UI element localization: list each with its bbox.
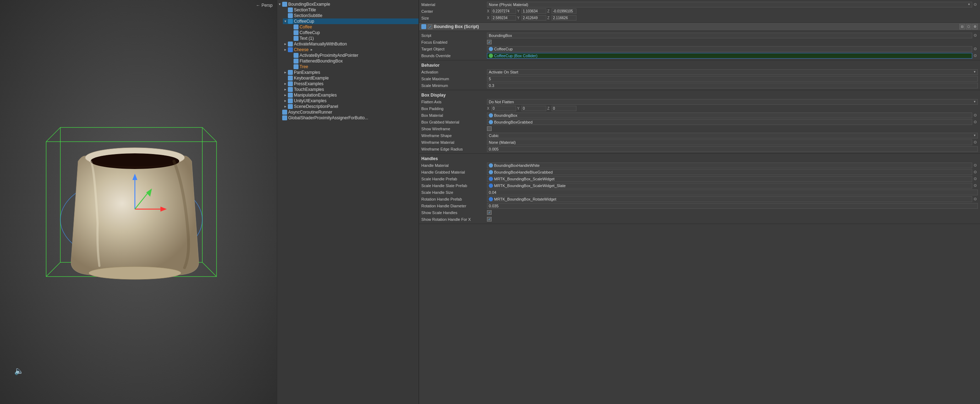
wireframe-material-gear-btn[interactable]: ⊙ [972, 140, 978, 145]
hier-item-global-shader[interactable]: GlobalShaderProximityAssignerForButto... [277, 115, 418, 121]
component-save-btn[interactable]: ⊟ [959, 24, 965, 29]
component-gear-btn[interactable]: ⚙ [972, 24, 978, 29]
hier-item-manip-examples[interactable]: ► ManipulationExamples [283, 92, 418, 98]
rotation-handle-prefab-ref[interactable]: MRTK_BoundingBox_RotateWidget [487, 196, 972, 202]
wireframe-material-ref[interactable]: None (Material) [487, 140, 972, 145]
size-x-input[interactable] [491, 15, 516, 21]
box-material-value: BoundingBox [494, 113, 517, 118]
center-z-input[interactable] [552, 8, 576, 14]
hier-item-unityui[interactable]: ► UnityUIExamples [283, 98, 418, 103]
hier-item-touch-examples[interactable]: ► TouchExamples [283, 87, 418, 92]
hier-item-pan-examples[interactable]: ► PanExamples [283, 70, 418, 75]
box-padding-x-label: X [487, 107, 490, 110]
hier-label-activate-proximity: ActivateByProximityAndPointer [299, 53, 358, 58]
size-z-input[interactable] [552, 15, 576, 21]
component-enabled-checkbox[interactable] [428, 24, 432, 29]
handle-mat-ref[interactable]: BoundingBoxHandleWhite [487, 162, 972, 168]
material-gear-btn[interactable]: ⊙ [972, 2, 978, 8]
inspector-panel: Material None (Physic Material) ▼ ⊙ Cent… [419, 0, 980, 404]
wireframe-material-label: Wireframe Material [421, 140, 487, 145]
insp-top-section: Material None (Physic Material) ▼ ⊙ Cent… [419, 0, 980, 23]
hier-item-text1[interactable]: Text (1) [289, 35, 418, 41]
box-padding-y-input[interactable] [522, 106, 546, 111]
scale-handle-prefab-gear-btn[interactable]: ⊙ [972, 176, 978, 182]
hier-item-coffeecup-child[interactable]: CoffeeCup [289, 30, 418, 35]
box-padding-z-input[interactable] [552, 106, 576, 111]
box-padding-x-input[interactable] [491, 106, 516, 111]
wireframe-edge-row: Wireframe Edge Radius [421, 146, 978, 152]
handle-mat-dot-icon [489, 163, 493, 167]
scale-min-input[interactable] [487, 83, 978, 88]
hier-item-activate-manually[interactable]: ► ActivateManuallyWithButton [283, 41, 418, 47]
size-z-field: Z [547, 15, 576, 21]
insp-box-display-section: Box Display Flatten Axis Do Not Flatten … [419, 90, 980, 154]
rotation-handle-diameter-label: Rotation Handle Diameter [421, 204, 487, 208]
box-material-gear-btn[interactable]: ⊙ [972, 113, 978, 118]
center-y-input[interactable] [522, 8, 546, 14]
hier-item-async-runner[interactable]: AsyncCoroutineRunner [277, 109, 418, 115]
bounds-override-gear-btn[interactable]: ⊙ [972, 53, 978, 59]
hier-item-activate-proximity[interactable]: ActivateByProximityAndPointer [289, 52, 418, 58]
show-scale-handles-label: Show Scale Handles [421, 210, 487, 215]
component-expand-btn[interactable]: ⬡ [966, 24, 972, 29]
handle-mat-label: Handle Material [421, 163, 487, 167]
target-object-row: Target Object CoffeeCup ⊙ [421, 45, 978, 52]
show-wireframe-checkbox[interactable] [487, 126, 492, 131]
hier-item-cheese[interactable]: ► Cheese ► [283, 47, 418, 52]
scale-handle-slate-ref[interactable]: MRTK_BoundingBox_ScaleWidget_Slate [487, 183, 972, 189]
rotation-handle-prefab-gear-btn[interactable]: ⊙ [972, 196, 978, 202]
svg-line-5 [202, 127, 216, 142]
scale-max-label: Scale Maximum [421, 77, 487, 81]
hier-item-tree[interactable]: Tree [289, 64, 418, 70]
box-material-dot-icon [489, 113, 493, 118]
box-padding-label: Box Padding [421, 107, 487, 111]
hier-item-coffee[interactable]: Coffee [289, 24, 418, 30]
scale-max-input[interactable] [487, 76, 978, 82]
size-y-input[interactable] [522, 15, 546, 21]
show-rotation-x-row: Show Rotation Handle For X [421, 216, 978, 223]
center-y-label: Y [517, 9, 521, 13]
rotation-handle-diameter-input[interactable] [487, 203, 978, 209]
target-object-gear-btn[interactable]: ⊙ [972, 46, 978, 52]
show-scale-handles-checkbox[interactable] [487, 210, 492, 215]
activation-label: Activation [421, 70, 487, 74]
focus-enabled-checkbox[interactable] [487, 40, 492, 45]
script-value-ref[interactable]: BoundingBox [487, 33, 972, 38]
scale-handle-prefab-ref[interactable]: MRTK_BoundingBox_ScaleWidget [487, 176, 972, 182]
focus-enabled-row: Focus Enabled [421, 39, 978, 45]
show-rotation-x-label: Show Rotation Handle For X [421, 217, 487, 221]
hier-icon-unityui [288, 99, 293, 103]
scene-svg [32, 99, 245, 305]
hier-item-keyboard[interactable]: KeyboardExample [283, 75, 418, 81]
hier-item-scene-desc[interactable]: ► SceneDescriptionPanel [283, 103, 418, 109]
handle-mat-gear-btn[interactable]: ⊙ [972, 162, 978, 168]
box-grabbed-mat-gear-btn[interactable]: ⊙ [972, 119, 978, 125]
scale-handle-size-input[interactable] [487, 189, 978, 195]
wireframe-edge-input[interactable] [487, 146, 978, 152]
center-z-field: Z [547, 8, 576, 14]
material-value[interactable]: None (Physic Material) ▼ [487, 2, 972, 8]
flatten-axis-dropdown[interactable]: Do Not Flatten ▼ [487, 99, 978, 105]
script-gear-btn[interactable]: ⊙ [972, 33, 978, 38]
handle-grabbed-mat-ref[interactable]: BoundingBoxHandleBlueGrabbed [487, 169, 972, 175]
hier-item-coffeecup-root[interactable]: ▼ CoffeeCup [283, 19, 418, 24]
hier-item-bboxexample[interactable]: ▼ BoundingBoxExample [277, 2, 418, 7]
scale-handle-slate-gear-btn[interactable]: ⊙ [972, 183, 978, 189]
box-grabbed-mat-ref[interactable]: BoundingBoxGrabbed [487, 119, 972, 125]
handle-grabbed-mat-gear-btn[interactable]: ⊙ [972, 169, 978, 175]
hier-item-sectiontitle[interactable]: SectionTitle [283, 7, 418, 13]
center-x-input[interactable] [491, 8, 516, 14]
box-material-ref[interactable]: BoundingBox [487, 113, 972, 118]
scale-handle-slate-label: Scale Handle Slate Prefab [421, 183, 487, 188]
wireframe-shape-dropdown[interactable]: Cubic ▼ [487, 133, 978, 138]
size-y-label: Y [517, 16, 521, 20]
wireframe-edge-label: Wireframe Edge Radius [421, 147, 487, 151]
hier-item-flattened[interactable]: FlattenedBoundingBox [289, 58, 418, 64]
bounds-override-ref[interactable]: CoffeeCup (Box Collider) [487, 53, 972, 59]
target-object-ref[interactable]: CoffeeCup [487, 46, 972, 52]
activation-dropdown[interactable]: Activate On Start ▼ [487, 69, 978, 75]
center-label: Center [421, 9, 487, 13]
hier-item-sectionsubtitle[interactable]: SectionSubtitle [283, 13, 418, 19]
hier-item-press-examples[interactable]: ► PressExamples [283, 81, 418, 87]
show-rotation-x-checkbox[interactable] [487, 217, 492, 221]
